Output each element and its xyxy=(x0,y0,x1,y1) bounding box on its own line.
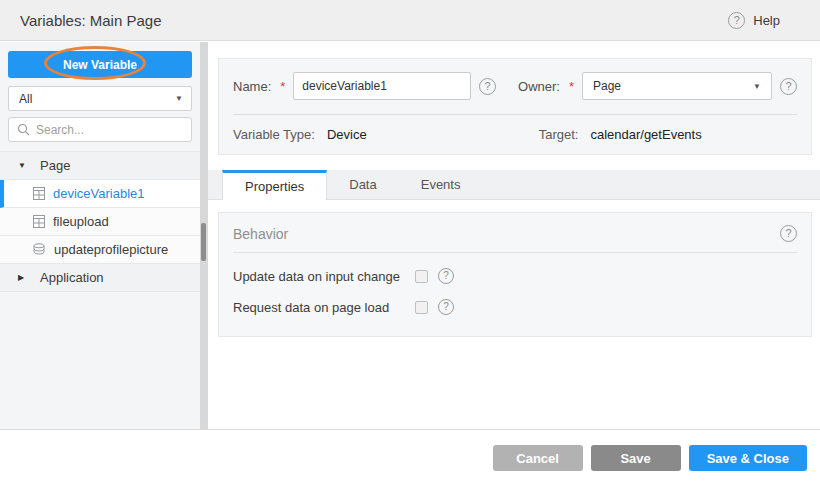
variable-filter-select[interactable]: All ▼ xyxy=(8,86,192,111)
tree-group-application[interactable]: ▶ Application xyxy=(0,264,200,292)
owner-label: Owner: xyxy=(518,79,560,94)
target-label: Target: xyxy=(539,127,579,142)
chevron-down-icon: ▼ xyxy=(18,161,28,170)
chevron-right-icon: ▶ xyxy=(18,273,28,282)
option-row-update-data: Update data on input change ? xyxy=(219,268,811,284)
tab-events[interactable]: Events xyxy=(399,170,483,199)
device-variable-icon xyxy=(33,215,45,228)
request-data-help-icon[interactable]: ? xyxy=(438,299,454,315)
variable-tree: ▼ Page deviceVariable1 fileupload updat xyxy=(0,151,200,292)
update-data-help-icon[interactable]: ? xyxy=(438,268,454,284)
name-input[interactable] xyxy=(293,72,471,100)
behavior-divider xyxy=(233,252,797,253)
tab-properties[interactable]: Properties xyxy=(222,170,327,200)
cancel-button[interactable]: Cancel xyxy=(493,445,583,471)
page-title: Variables: Main Page xyxy=(20,12,161,29)
tree-item-label: deviceVariable1 xyxy=(53,186,145,201)
sidebar: New Variable All ▼ ▼ Page deviceVariable… xyxy=(0,42,200,429)
variables-dialog: Variables: Main Page ? Help New Variable… xyxy=(0,0,820,486)
search-icon xyxy=(17,123,30,136)
behavior-help-icon[interactable]: ? xyxy=(780,225,797,242)
service-variable-icon xyxy=(33,243,46,256)
variable-summary-panel: Name: * ? Owner: * Page ▼ ? Variable Typ… xyxy=(218,58,812,155)
update-data-checkbox[interactable] xyxy=(415,270,428,283)
variable-type-label: Variable Type: xyxy=(233,127,315,142)
footer-bar: Cancel Save Save & Close xyxy=(0,429,820,486)
tree-group-label: Application xyxy=(40,270,104,285)
help-button[interactable]: ? Help xyxy=(728,12,780,29)
owner-select[interactable]: Page ▼ xyxy=(582,72,772,100)
behavior-title: Behavior xyxy=(233,226,288,242)
owner-selected-value: Page xyxy=(593,79,621,93)
tree-item-label: updateprofilepicture xyxy=(54,242,168,257)
tree-item-devicevariable1[interactable]: deviceVariable1 xyxy=(0,180,200,208)
tree-item-updateprofilepicture[interactable]: updateprofilepicture xyxy=(0,236,200,264)
tree-item-fileupload[interactable]: fileupload xyxy=(0,208,200,236)
tab-data[interactable]: Data xyxy=(327,170,398,199)
tree-group-label: Page xyxy=(40,158,70,173)
dialog-header: Variables: Main Page ? Help xyxy=(0,0,820,41)
help-icon: ? xyxy=(728,12,745,29)
request-data-label: Request data on page load xyxy=(233,300,415,315)
request-data-checkbox[interactable] xyxy=(415,301,428,314)
save-button[interactable]: Save xyxy=(591,445,681,471)
help-label: Help xyxy=(753,13,780,28)
tree-item-label: fileupload xyxy=(53,214,109,229)
device-variable-icon xyxy=(33,187,45,200)
save-and-close-button[interactable]: Save & Close xyxy=(689,445,807,471)
behavior-section: Behavior ? Update data on input change ?… xyxy=(218,212,812,337)
required-marker: * xyxy=(280,79,285,94)
update-data-label: Update data on input change xyxy=(233,269,415,284)
main-panel: Name: * ? Owner: * Page ▼ ? Variable Typ… xyxy=(208,42,820,429)
name-label: Name: xyxy=(233,79,271,94)
name-help-icon[interactable]: ? xyxy=(479,78,496,95)
required-marker: * xyxy=(569,79,574,94)
sidebar-scrollbar-thumb[interactable] xyxy=(201,223,206,261)
chevron-down-icon: ▼ xyxy=(175,94,183,103)
tree-group-page[interactable]: ▼ Page xyxy=(0,152,200,180)
search-input[interactable] xyxy=(36,123,191,137)
target-value: calendar/getEvents xyxy=(590,127,701,142)
option-row-request-data: Request data on page load ? xyxy=(219,299,811,315)
sidebar-scrollbar-track[interactable] xyxy=(200,42,208,429)
variable-type-value: Device xyxy=(327,127,367,142)
new-variable-button[interactable]: New Variable xyxy=(8,51,192,78)
search-box[interactable] xyxy=(8,117,192,142)
chevron-down-icon: ▼ xyxy=(753,82,761,91)
owner-help-icon[interactable]: ? xyxy=(780,78,797,95)
tab-bar: Properties Data Events xyxy=(208,170,820,200)
filter-selected-value: All xyxy=(19,92,32,106)
